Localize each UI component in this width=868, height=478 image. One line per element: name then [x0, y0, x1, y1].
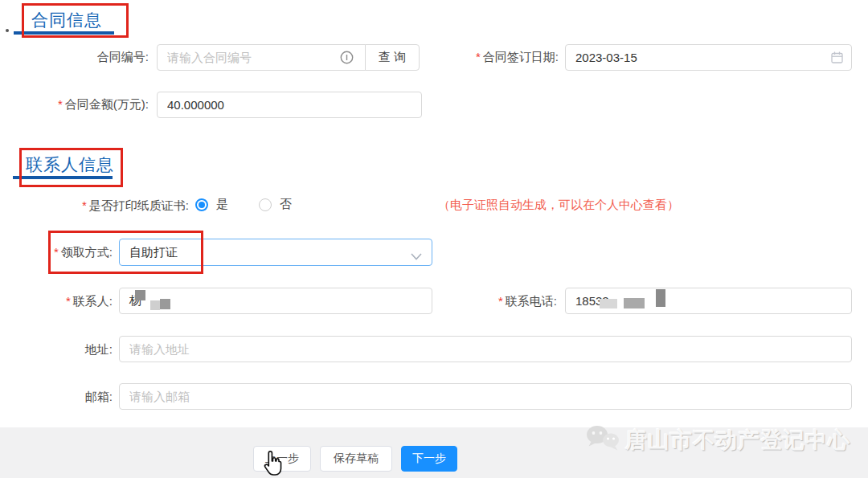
contact-title-underline [13, 176, 113, 179]
sign-date-label: *合同签订日期: [446, 50, 559, 65]
contract-title-underline [14, 31, 114, 35]
redaction-block [656, 289, 665, 307]
form-page: 合同信息 合同编号: 查 询 *合同签订日期: [0, 0, 868, 478]
save-draft-button[interactable]: 保存草稿 [320, 446, 392, 472]
contract-no-label: 合同编号: [48, 50, 149, 65]
amount-label: *合同金额(万元): [16, 97, 149, 112]
radio-no[interactable] [259, 198, 272, 211]
redaction-block [135, 290, 145, 300]
contact-name-label: *联系人: [44, 294, 113, 309]
pickup-label: *领取方式: [24, 245, 113, 260]
contract-no-group: 查 询 [157, 44, 420, 71]
calendar-icon [830, 51, 844, 64]
radio-yes-label: 是 [216, 197, 228, 212]
ecert-note: （电子证照自动生成，可以在个人中心查看） [438, 198, 679, 213]
redaction-block [600, 299, 617, 308]
wechat-logo-icon [585, 423, 620, 456]
amount-input[interactable] [157, 92, 422, 118]
email-label: 邮箱: [44, 390, 113, 405]
sign-date-input[interactable] [565, 44, 852, 71]
contact-name-input[interactable]: 杨 [119, 288, 432, 314]
prev-step-button[interactable]: 上一步 [253, 446, 311, 472]
redaction-block [624, 298, 645, 308]
sign-date-wrap [565, 44, 852, 71]
contact-phone-label: *联系电话: [452, 294, 557, 309]
radio-no-label: 否 [280, 197, 292, 212]
search-button[interactable]: 查 询 [365, 44, 420, 71]
print-cert-radio-group: 是 否 [195, 197, 292, 212]
address-input[interactable] [119, 336, 852, 362]
contact-section-title: 联系人信息 [26, 153, 114, 176]
stray-dot [6, 29, 9, 32]
watermark-text: 唐山市不动产登记中心 [625, 426, 850, 455]
contract-section-title: 合同信息 [31, 9, 102, 31]
chevron-down-icon [411, 249, 422, 263]
next-step-button[interactable]: 下一步 [401, 446, 457, 472]
redaction-block [150, 300, 160, 310]
redaction-block [160, 299, 170, 309]
print-cert-label: *是否打印纸质证书: [44, 198, 189, 214]
pickup-selected-value: 自助打证 [129, 245, 178, 260]
radio-yes[interactable] [195, 198, 208, 211]
pickup-select[interactable]: 自助打证 [119, 239, 432, 266]
contact-phone-input[interactable]: 18533 [565, 288, 852, 314]
watermark: 唐山市不动产登记中心 [585, 423, 850, 456]
email-input[interactable] [119, 383, 852, 410]
address-label: 地址: [44, 342, 113, 357]
info-icon [340, 51, 354, 64]
contract-no-input[interactable] [157, 44, 366, 71]
